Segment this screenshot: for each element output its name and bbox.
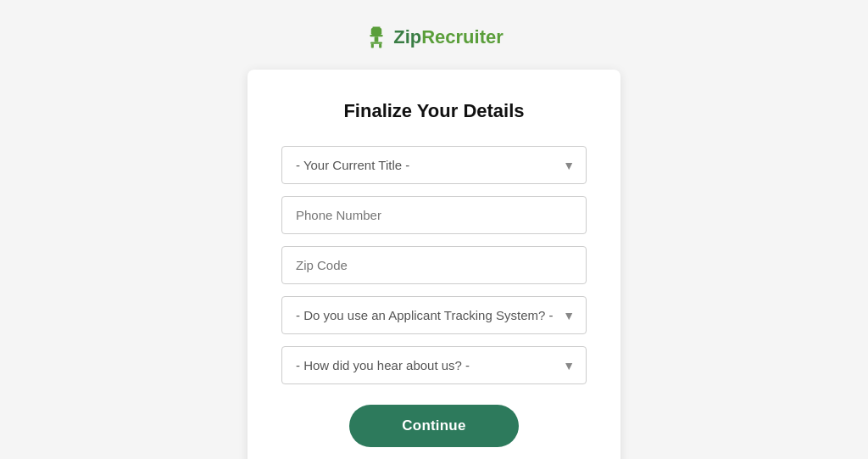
hear-select-group: - How did you hear about us? - ▼ [281, 346, 587, 384]
svg-rect-5 [371, 44, 374, 48]
zip-field-group [281, 246, 587, 284]
logo: ZipRecruiter [364, 25, 504, 49]
svg-rect-4 [370, 42, 382, 43]
form-card: Finalize Your Details - Your Current Tit… [248, 70, 620, 459]
svg-rect-0 [373, 27, 381, 29]
continue-button[interactable]: Continue [349, 405, 519, 447]
ats-select-group: - Do you use an Applicant Tracking Syste… [281, 296, 587, 334]
title-select[interactable]: - Your Current Title - [281, 146, 587, 184]
hear-select[interactable]: - How did you hear about us? - [281, 346, 587, 384]
svg-rect-6 [379, 44, 381, 48]
page-title: Finalize Your Details [281, 100, 587, 122]
svg-rect-3 [375, 36, 379, 42]
title-select-group: - Your Current Title - ▼ [281, 146, 587, 184]
phone-field-group [281, 196, 587, 234]
logo-text: ZipRecruiter [393, 26, 504, 48]
ziprecruiter-icon [364, 25, 388, 49]
ats-select[interactable]: - Do you use an Applicant Tracking Syste… [281, 296, 587, 334]
svg-rect-1 [371, 28, 381, 35]
phone-input[interactable] [281, 196, 587, 234]
zip-input[interactable] [281, 246, 587, 284]
svg-rect-2 [370, 35, 383, 36]
